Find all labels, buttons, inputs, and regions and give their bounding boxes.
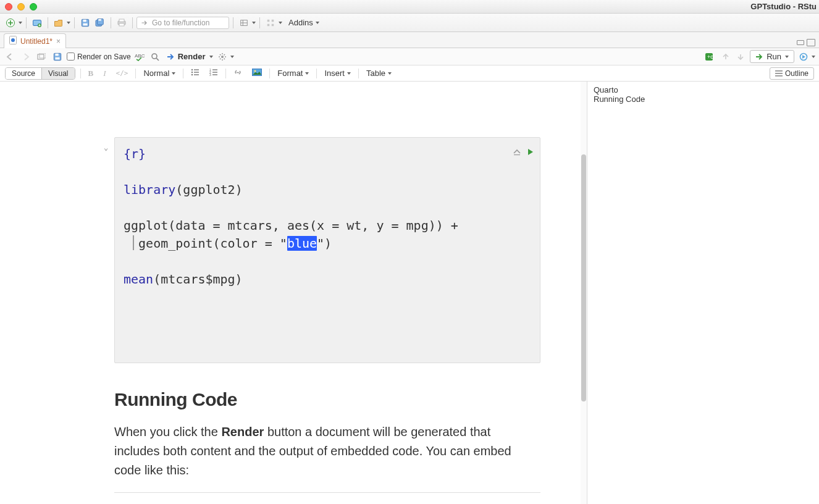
- save-all-icon[interactable]: [93, 16, 107, 30]
- render-on-save-input[interactable]: [67, 52, 75, 61]
- outline-pane: Quarto Running Code: [587, 82, 819, 504]
- grid-icon[interactable]: [264, 16, 277, 30]
- pane-maximize-icon[interactable]: [807, 39, 815, 46]
- image-icon[interactable]: [250, 69, 264, 78]
- svg-rect-13: [267, 19, 270, 22]
- find-icon[interactable]: [148, 50, 162, 64]
- italic-button[interactable]: I: [101, 69, 108, 78]
- scrollbar-thumb[interactable]: [581, 154, 586, 401]
- minimize-window-icon[interactable]: [17, 3, 25, 10]
- zoom-window-icon[interactable]: [30, 3, 37, 10]
- table-menu[interactable]: Table: [364, 69, 394, 78]
- svg-point-43: [254, 70, 256, 72]
- tools-icon[interactable]: [237, 16, 251, 30]
- svg-rect-11: [119, 23, 124, 26]
- svg-rect-16: [272, 23, 274, 26]
- settings-menu-chevron-icon[interactable]: [230, 56, 234, 58]
- svg-rect-41: [212, 74, 217, 75]
- fold-chunk-icon[interactable]: ⌄: [104, 143, 108, 153]
- code-button[interactable]: </>: [114, 69, 131, 77]
- code-text: ggplot(data = mtcars, aes(x = wt, y = mp…: [124, 218, 458, 233]
- code-text: (ggplot2): [175, 182, 242, 197]
- svg-rect-45: [775, 73, 783, 74]
- run-button[interactable]: Run: [750, 50, 794, 63]
- render-on-save-checkbox[interactable]: Render on Save: [67, 52, 131, 61]
- svg-point-32: [191, 72, 193, 73]
- svg-rect-44: [775, 70, 783, 72]
- mode-switch[interactable]: Source Visual: [5, 67, 75, 80]
- open-file-menu-chevron-icon[interactable]: [67, 22, 70, 24]
- insert-menu[interactable]: Insert: [322, 69, 353, 78]
- grid-menu-chevron-icon[interactable]: [279, 22, 282, 24]
- bullet-list-icon[interactable]: [188, 69, 202, 78]
- tools-menu-chevron-icon[interactable]: [252, 22, 256, 24]
- svg-text:ABC: ABC: [135, 53, 145, 59]
- go-next-chunk-icon[interactable]: [734, 50, 747, 64]
- goto-file-placeholder: Go to file/function: [152, 19, 209, 27]
- mode-source[interactable]: Source: [6, 68, 41, 79]
- block-type-chevron-icon: [172, 72, 175, 75]
- chunk-run-above-icon[interactable]: [513, 143, 521, 161]
- code-text: geom_point(color = ": [138, 236, 287, 251]
- svg-point-18: [11, 38, 15, 42]
- code-chunk[interactable]: ⌄ {r} library(ggplot2) ggplot(data = mtc…: [114, 137, 540, 363]
- svg-rect-15: [267, 23, 270, 26]
- chunk-lang: {r}: [124, 146, 146, 161]
- new-file-icon[interactable]: [4, 16, 17, 30]
- selected-text[interactable]: blue: [287, 236, 317, 251]
- open-file-icon[interactable]: [52, 16, 65, 30]
- main-toolbar: Go to file/function Addins: [0, 14, 819, 32]
- close-window-icon[interactable]: [5, 3, 12, 10]
- svg-rect-35: [194, 74, 199, 75]
- publish-menu-chevron-icon[interactable]: [812, 56, 815, 58]
- run-label: Run: [766, 52, 781, 61]
- indent-guide: [133, 235, 134, 250]
- svg-point-30: [191, 69, 193, 70]
- document-surface[interactable]: ⌄ {r} library(ggplot2) ggplot(data = mtc…: [0, 82, 581, 504]
- settings-gear-icon[interactable]: [216, 50, 229, 64]
- mode-visual[interactable]: Visual: [41, 68, 74, 79]
- new-project-icon[interactable]: [30, 16, 44, 30]
- insert-chunk-icon[interactable]: +c: [703, 50, 716, 64]
- chunk-run-icon[interactable]: [527, 143, 534, 161]
- heading-running-code[interactable]: Running Code: [114, 389, 540, 410]
- numbered-list-icon[interactable]: 123: [207, 69, 220, 78]
- print-icon[interactable]: [115, 16, 128, 30]
- svg-rect-10: [119, 19, 124, 22]
- body-paragraph[interactable]: When you click the Render button a docum…: [114, 422, 534, 480]
- block-type-dropdown[interactable]: Normal: [141, 69, 178, 78]
- new-file-menu-chevron-icon[interactable]: [19, 22, 22, 24]
- forward-icon[interactable]: [19, 50, 32, 64]
- outline-toggle-button[interactable]: Outline: [770, 67, 814, 80]
- addins-chevron-icon: [316, 22, 319, 24]
- render-button[interactable]: Render: [164, 50, 208, 64]
- pane-minimize-icon[interactable]: [797, 40, 804, 45]
- pane-layout-controls: [797, 39, 815, 48]
- show-in-new-window-icon[interactable]: [35, 50, 48, 64]
- close-tab-icon[interactable]: ×: [56, 37, 61, 46]
- format-menu[interactable]: Format: [275, 69, 311, 78]
- go-prev-chunk-icon[interactable]: [719, 50, 733, 64]
- format-chevron-icon: [305, 72, 309, 75]
- back-icon[interactable]: [4, 50, 17, 64]
- publish-icon[interactable]: [797, 50, 810, 64]
- addins-menu[interactable]: Addins: [284, 17, 324, 29]
- outline-item-quarto[interactable]: Quarto: [594, 85, 813, 94]
- save-icon[interactable]: [78, 16, 92, 30]
- divider: [114, 492, 540, 493]
- svg-point-34: [191, 74, 193, 75]
- window-title: GPTstudio - RStu: [750, 0, 819, 13]
- outline-icon: [775, 70, 783, 77]
- run-menu-chevron-icon: [785, 56, 789, 58]
- scrollbar[interactable]: [581, 82, 587, 504]
- render-menu-chevron-icon[interactable]: [209, 56, 213, 58]
- goto-file-input[interactable]: Go to file/function: [136, 17, 229, 29]
- link-icon[interactable]: [231, 69, 245, 78]
- bold-button[interactable]: B: [86, 69, 96, 78]
- save-doc-icon[interactable]: [51, 50, 64, 64]
- svg-rect-39: [212, 72, 217, 72]
- tab-untitled1[interactable]: Untitled1* ×: [4, 33, 66, 48]
- outline-item-running-code[interactable]: Running Code: [594, 94, 813, 104]
- spellcheck-icon[interactable]: ABC: [133, 50, 147, 64]
- editor-toolbar-b: Source Visual B I </> Normal 123 Format …: [0, 65, 819, 82]
